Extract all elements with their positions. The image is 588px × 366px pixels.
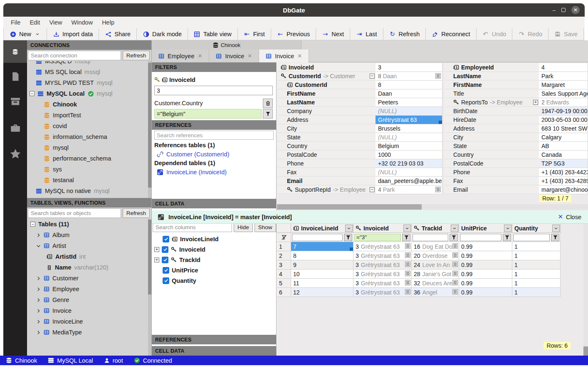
form-horizontal-scrollbar[interactable] (277, 204, 588, 210)
form-value-supportrepid[interactable]: 4 Park (376, 185, 442, 194)
form-value-email[interactable]: daan_peeters@apple.be (376, 177, 442, 185)
toolbar-share-button[interactable]: Share (99, 28, 137, 40)
form-value-city[interactable]: Calgary (539, 133, 588, 142)
cell-detail-icon[interactable] (405, 289, 411, 296)
form-value-lastname[interactable]: Park (539, 72, 588, 81)
grid-cell[interactable]: 3Grétrystraat 63 (353, 242, 412, 251)
table-item-genre[interactable]: Genre (27, 294, 151, 305)
table-item-mediatype[interactable]: MediaType (27, 327, 151, 338)
cell-detail-icon[interactable] (452, 261, 458, 269)
form-value-postalcode[interactable]: 1000 (376, 151, 442, 159)
grid-cell[interactable]: 7 (291, 242, 353, 251)
tables-scrollbar[interactable] (148, 219, 151, 356)
grid-cell[interactable]: 24Love In An El (412, 260, 459, 270)
form-value-employeeid[interactable]: 4 (539, 63, 588, 72)
table-item-invoice[interactable]: Invoice (27, 305, 151, 316)
menu-file[interactable]: File (7, 18, 25, 27)
form-value-state[interactable]: AB (539, 142, 588, 151)
toolbar-save-button[interactable]: Save (548, 28, 584, 40)
column-item-artistid[interactable]: 1ArtistIdint (27, 251, 151, 262)
database-item[interactable]: information_schema (27, 131, 151, 142)
form-value-lastname[interactable]: Peeters (376, 98, 442, 107)
table-item-album[interactable]: Album (27, 230, 151, 240)
connection-item[interactable]: MS SQL localmssql (27, 67, 151, 77)
tab-invoice-2[interactable]: Invoice✕ (259, 49, 309, 62)
column-menu-button[interactable] (345, 225, 353, 232)
column-toggle-invoiceid[interactable]: +InvoiceId (152, 244, 276, 255)
rail-plugins[interactable] (3, 117, 27, 139)
expand-box-icon[interactable]: + (154, 247, 159, 252)
form-value-country[interactable]: Canada (539, 151, 588, 159)
checkbox-icon[interactable] (163, 267, 169, 274)
cell-detail-icon[interactable] (452, 252, 458, 260)
connection-item[interactable]: MSSQL Dmssql (27, 61, 151, 67)
grid-filter-input-quantity[interactable] (513, 234, 550, 241)
grid-filter-button[interactable] (551, 234, 559, 241)
menu-view[interactable]: View (45, 18, 66, 27)
connection-item[interactable]: −MySQL Localmysql (27, 88, 151, 99)
cell-detail-icon[interactable] (405, 243, 411, 250)
reference-link-invoiceline-invoiceid[interactable]: InvoiceLine (InvoiceId) (157, 169, 274, 176)
reference-link-customer-customerid[interactable]: Customer (CustomerId) (157, 151, 274, 158)
grid-column-trackid[interactable]: TrackId (412, 224, 459, 233)
column-item-name[interactable]: Namevarchar(120) (27, 262, 151, 273)
toolbar-redo-button[interactable]: ↷Redo (512, 28, 548, 40)
column-menu-button[interactable] (403, 225, 411, 232)
grid-cell[interactable]: 1 (512, 270, 561, 279)
grid-column-unitprice[interactable]: UnitPrice (459, 224, 512, 233)
grid-cell[interactable]: 12 (291, 288, 353, 297)
grid-cell[interactable]: 1 (512, 279, 561, 288)
form-value-birthdate[interactable]: 1947-09-19 00:00: (539, 107, 588, 116)
hide-columns-button[interactable]: Hide (234, 223, 253, 232)
form-value-reportsto[interactable]: 2 Edwards (539, 98, 588, 107)
grid-filter-input-invoiceid[interactable] (354, 234, 401, 241)
grid-filter-button[interactable] (450, 234, 458, 241)
grid-cell[interactable]: 3Grétrystraat 63 (353, 260, 412, 270)
form-value-phone[interactable]: +32 02 219 03 03 (376, 159, 442, 168)
column-menu-button[interactable] (504, 225, 511, 232)
grid-cell[interactable]: 1 (512, 242, 561, 251)
expand-box-icon[interactable]: + (154, 257, 159, 262)
form-value-email[interactable]: margaret@chinoo (539, 185, 588, 194)
grid-cell[interactable]: 20Overdose (412, 251, 459, 260)
maximize-button[interactable] (561, 8, 566, 12)
checkbox-icon[interactable] (162, 257, 168, 263)
cell-detail-icon[interactable] (405, 270, 411, 278)
grid-cell[interactable]: 1 (512, 288, 561, 297)
table-item-artist[interactable]: Artist (27, 240, 151, 251)
search-connection-input[interactable] (28, 51, 121, 60)
filter-value-input[interactable] (154, 109, 262, 119)
grid-cell[interactable]: 8 (291, 251, 353, 260)
cell-detail-icon[interactable] (452, 243, 458, 250)
column-menu-button[interactable] (451, 225, 458, 232)
search-references-input[interactable] (154, 131, 274, 140)
toolbar-previous-button[interactable]: ←Previous (271, 28, 316, 40)
form-value-company[interactable]: (NULL) (376, 107, 442, 116)
rail-connections[interactable] (3, 40, 27, 63)
menu-window[interactable]: Window (67, 18, 97, 27)
grid-cell[interactable]: 0.99 (459, 279, 512, 288)
grid-cell[interactable]: 3Grétrystraat 63 (353, 270, 412, 279)
database-item[interactable]: Chinook (27, 99, 151, 110)
grid-cell[interactable]: 0.99 (459, 288, 512, 297)
grid-column-quantity[interactable]: Quantity (512, 224, 561, 233)
connections-scrollbar[interactable] (148, 61, 151, 198)
grid-cell[interactable]: 16Dog Eat Dog (412, 242, 459, 251)
table-item-invoiceline[interactable]: InvoiceLine (27, 316, 151, 327)
grid-cell[interactable]: 11 (291, 279, 353, 288)
collapse-box-icon[interactable]: − (30, 222, 35, 227)
form-value-fax[interactable]: +1 (403) 263-4289 (539, 177, 588, 185)
checkbox-icon[interactable] (162, 246, 168, 253)
cell-detail-icon[interactable] (452, 279, 458, 287)
grid-cell[interactable]: 0.99 (459, 242, 512, 251)
rail-files[interactable] (3, 65, 27, 88)
tables-root[interactable]: −Tables (11) (27, 219, 151, 230)
column-toggle-trackid[interactable]: +TrackId (152, 255, 276, 265)
form-value-firstname[interactable]: Margaret (539, 81, 588, 89)
toolbar-reve-button[interactable]: Reve (584, 28, 585, 40)
grid-cell[interactable]: 0.99 (459, 251, 512, 260)
rail-favorites[interactable] (3, 143, 27, 165)
tab-invoice-1[interactable]: Invoice✕ (209, 49, 259, 62)
grid-cell[interactable]: 3Grétrystraat 63 (353, 279, 412, 288)
grid-vertical-scrollbar[interactable] (583, 224, 588, 356)
